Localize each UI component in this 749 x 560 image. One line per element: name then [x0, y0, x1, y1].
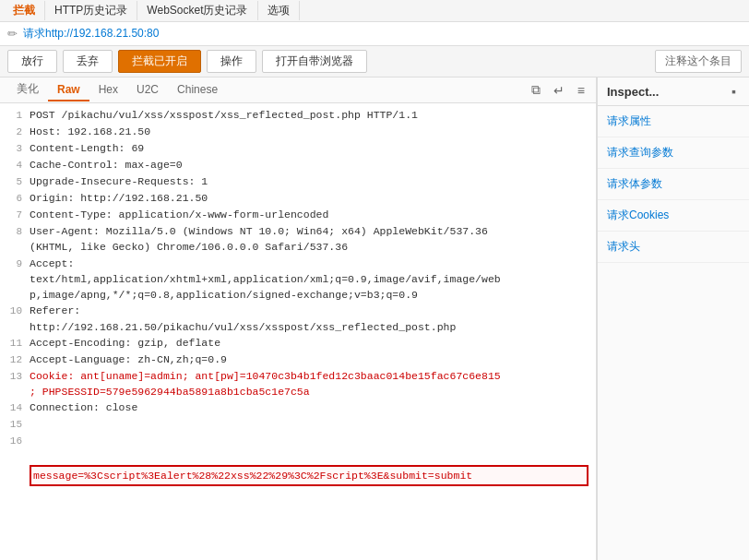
- section-query-params[interactable]: 请求查询参数: [598, 137, 749, 169]
- highlight-payload[interactable]: message=%3Cscript%3Ealert%28%22xss%22%29…: [30, 465, 588, 486]
- right-panel-header: Inspect... ▪: [598, 77, 749, 106]
- tab-raw[interactable]: Raw: [48, 79, 89, 101]
- menu-http-history[interactable]: HTTP历史记录: [45, 1, 137, 20]
- line-2: 2 Host: 192.168.21.50: [0, 124, 596, 140]
- line-1: 1 POST /pikachu/vul/xss/xsspost/xss_refl…: [0, 107, 596, 124]
- section-headers[interactable]: 请求头: [598, 232, 749, 263]
- note-button[interactable]: 注释这个条目: [655, 50, 742, 73]
- tab-beautify[interactable]: 美化: [7, 77, 48, 102]
- tab-chinese[interactable]: Chinese: [168, 79, 227, 101]
- line-14: 14 Connection: close: [0, 399, 596, 416]
- line-11: 11 Accept-Encoding: gzip, deflate: [0, 335, 596, 351]
- content-area: 1 POST /pikachu/vul/xss/xsspost/xss_refl…: [0, 103, 596, 560]
- line-10: 10 Referer: http://192.168.21.50/pikachu…: [0, 303, 596, 335]
- right-panel: Inspect... ▪ 请求属性 请求查询参数 请求体参数 请求Cookies…: [597, 77, 749, 560]
- action-button[interactable]: 操作: [207, 50, 256, 73]
- tab-hex[interactable]: Hex: [89, 79, 127, 101]
- main-area: 美化 Raw Hex U2C Chinese ⧉ ↵ ≡ 1 POST /pik…: [0, 77, 749, 560]
- menu-options[interactable]: 选项: [258, 1, 300, 20]
- menu-intercept[interactable]: 拦截: [4, 1, 45, 20]
- section-cookies[interactable]: 请求Cookies: [598, 200, 749, 232]
- line-5: 5 Upgrade-Insecure-Requests: 1: [0, 173, 596, 190]
- wrap-icon[interactable]: ↵: [550, 81, 568, 100]
- browser-button[interactable]: 打开自带浏览器: [262, 50, 367, 73]
- request-url: 请求http://192.168.21.50:80: [23, 26, 159, 42]
- line-3: 3 Content-Length: 69: [0, 140, 596, 157]
- line-12: 12 Accept-Language: zh-CN,zh;q=0.9: [0, 351, 596, 368]
- line-4: 4 Cache-Control: max-age=0: [0, 157, 596, 173]
- line-6: 6 Origin: http://192.168.21.50: [0, 190, 596, 207]
- line-9: 9 Accept: text/html,application/xhtml+xm…: [0, 256, 596, 304]
- intercept-button[interactable]: 拦截已开启: [118, 50, 201, 73]
- section-body-params[interactable]: 请求体参数: [598, 169, 749, 200]
- menu-websocket-history[interactable]: WebSocket历史记录: [137, 1, 257, 20]
- section-request-properties[interactable]: 请求属性: [598, 106, 749, 137]
- line-8: 8 User-Agent: Mozilla/5.0 (Windows NT 10…: [0, 223, 596, 256]
- tabs-bar: 美化 Raw Hex U2C Chinese ⧉ ↵ ≡: [0, 77, 596, 103]
- menu-bar: 拦截 HTTP历史记录 WebSocket历史记录 选项: [0, 0, 749, 22]
- release-button[interactable]: 放行: [7, 50, 57, 73]
- edit-icon: ✏: [7, 27, 18, 41]
- more-icon[interactable]: ≡: [574, 81, 588, 100]
- close-right-panel-button[interactable]: ▪: [728, 83, 740, 100]
- discard-button[interactable]: 丢弃: [63, 50, 113, 73]
- copy-icon[interactable]: ⧉: [528, 80, 544, 100]
- url-bar: ✏ 请求http://192.168.21.50:80: [0, 22, 749, 46]
- line-13: 13 Cookie: ant[uname]=admin; ant[pw]=104…: [0, 368, 596, 400]
- left-panel: 美化 Raw Hex U2C Chinese ⧉ ↵ ≡ 1 POST /pik…: [0, 77, 597, 560]
- tab-u2c[interactable]: U2C: [127, 79, 168, 101]
- line-7: 7 Content-Type: application/x-www-form-u…: [0, 207, 596, 223]
- action-bar: 放行 丢弃 拦截已开启 操作 打开自带浏览器 注释这个条目: [0, 46, 749, 77]
- line-16: 16 message=%3Cscript%3Ealert%28%22xss%22…: [0, 433, 596, 502]
- right-panel-title: Inspect...: [607, 85, 659, 99]
- line-15: 15: [0, 416, 596, 433]
